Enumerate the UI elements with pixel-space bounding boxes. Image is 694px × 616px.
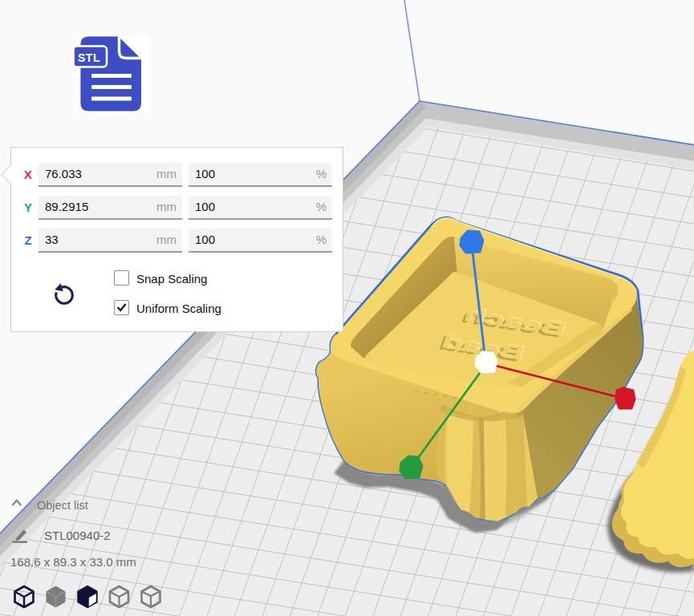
svg-text:STL: STL	[78, 51, 100, 64]
